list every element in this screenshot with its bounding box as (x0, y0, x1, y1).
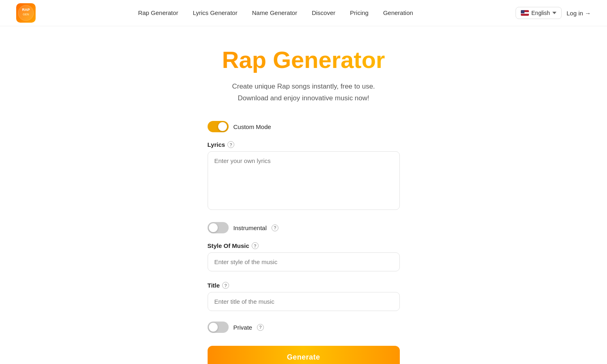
instrumental-label: Instrumental (233, 224, 267, 231)
toggle-thumb (218, 122, 227, 131)
login-button[interactable]: Log in → (567, 10, 591, 17)
private-label: Private (233, 324, 253, 331)
svg-text:GEN: GEN (23, 13, 29, 16)
flag-icon (521, 10, 529, 16)
nav-item-pricing[interactable]: Pricing (350, 9, 369, 17)
page-subtitle: Create unique Rap songs instantly, free … (121, 81, 486, 104)
title-label: Title ? (208, 282, 400, 289)
svg-text:RAP: RAP (22, 8, 30, 12)
language-selector[interactable]: English (516, 7, 562, 19)
title-field-group: Title ? (208, 282, 400, 320)
logo[interactable]: RAP GEN (16, 3, 36, 23)
instrumental-help-icon[interactable]: ? (272, 224, 278, 231)
nav-right: English Log in → (516, 7, 591, 19)
lyrics-textarea[interactable] (208, 151, 400, 210)
style-field-group: Style Of Music ? (208, 242, 400, 280)
style-label: Style Of Music ? (208, 242, 400, 249)
generator-form: Custom Mode Lyrics ? Instrumental ? Styl… (208, 121, 400, 364)
language-label: English (531, 10, 550, 16)
chevron-down-icon (552, 12, 556, 14)
instrumental-row: Instrumental ? (208, 222, 400, 233)
style-help-icon[interactable]: ? (252, 242, 259, 249)
logo-badge: RAP GEN (16, 3, 36, 23)
private-help-icon[interactable]: ? (257, 324, 264, 331)
title-input[interactable] (208, 292, 400, 311)
lyrics-label: Lyrics ? (208, 141, 400, 148)
private-row: Private ? (208, 322, 400, 333)
custom-mode-label: Custom Mode (233, 123, 271, 130)
instrumental-toggle-thumb (209, 223, 218, 232)
nav-item-rap[interactable]: Rap Generator (138, 9, 178, 17)
nav-item-lyrics[interactable]: Lyrics Generator (193, 9, 237, 17)
nav-item-generation[interactable]: Generation (383, 9, 413, 17)
nav-item-name[interactable]: Name Generator (252, 9, 297, 17)
nav-links: Rap Generator Lyrics Generator Name Gene… (138, 9, 413, 17)
navbar: RAP GEN Rap Generator Lyrics Generator N… (0, 0, 607, 26)
page-title: Rap Generator (121, 47, 486, 74)
title-help-icon[interactable]: ? (222, 282, 229, 289)
nav-item-discover[interactable]: Discover (312, 9, 335, 17)
private-toggle[interactable] (208, 322, 229, 333)
style-input[interactable] (208, 252, 400, 271)
main-content: Rap Generator Create unique Rap songs in… (113, 26, 494, 364)
lyrics-help-icon[interactable]: ? (227, 141, 234, 148)
custom-mode-row: Custom Mode (208, 121, 400, 132)
lyrics-field-group: Lyrics ? (208, 141, 400, 220)
generate-button[interactable]: Generate (208, 346, 400, 364)
private-toggle-thumb (209, 323, 218, 332)
instrumental-toggle[interactable] (208, 222, 229, 233)
custom-mode-toggle[interactable] (208, 121, 229, 132)
